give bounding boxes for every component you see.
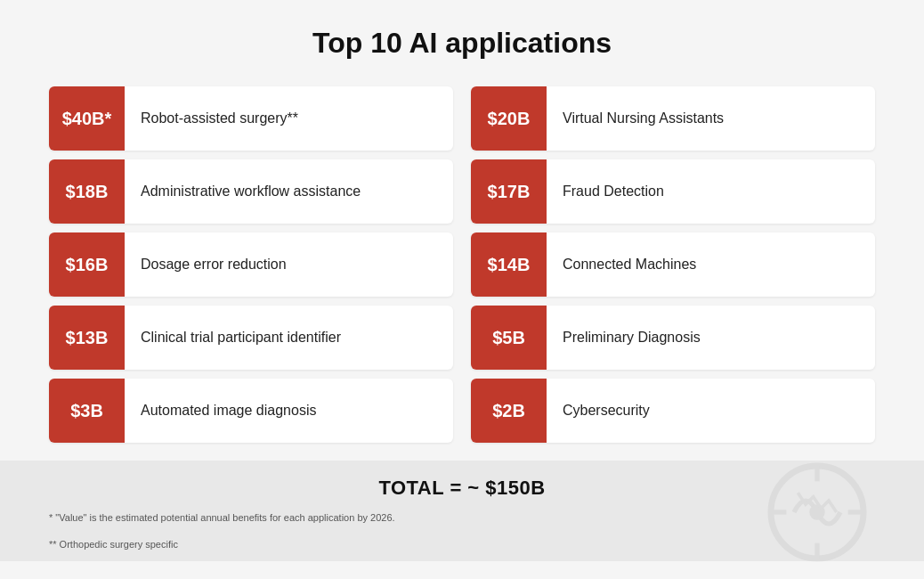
- card-label: Fraud Detection: [547, 183, 680, 201]
- background-icon: [737, 454, 897, 570]
- page-title: Top 10 AI applications: [0, 0, 924, 86]
- card-badge: $14B: [471, 232, 547, 297]
- card-label: Cybersecurity: [547, 402, 666, 420]
- card-label: Robot-assisted surgery**: [125, 110, 314, 128]
- card: $40B*Robot-assisted surgery**: [49, 86, 453, 151]
- card-badge: $16B: [49, 232, 125, 297]
- card-badge: $40B*: [49, 86, 125, 151]
- card-badge: $2B: [471, 379, 547, 443]
- card: $18BAdministrative workflow assistance: [49, 159, 453, 224]
- card: $2BCybersecurity: [471, 379, 875, 443]
- card-label: Virtual Nursing Assistants: [547, 110, 740, 128]
- card-badge: $17B: [471, 159, 547, 224]
- right-column: $20BVirtual Nursing Assistants$17BFraud …: [471, 86, 875, 443]
- cards-section: $40B*Robot-assisted surgery**$18BAdminis…: [0, 86, 924, 443]
- card: $16BDosage error reduction: [49, 232, 453, 297]
- card-badge: $13B: [49, 306, 125, 370]
- card-label: Administrative workflow assistance: [125, 183, 377, 201]
- card-badge: $3B: [49, 379, 125, 443]
- card-badge: $20B: [471, 86, 547, 151]
- card: $20BVirtual Nursing Assistants: [471, 86, 875, 151]
- card: $5BPreliminary Diagnosis: [471, 306, 875, 370]
- card: $3BAutomated image diagnosis: [49, 379, 453, 443]
- card-label: Clinical trial participant identifier: [125, 329, 357, 347]
- card-badge: $18B: [49, 159, 125, 224]
- card-label: Dosage error reduction: [125, 256, 303, 274]
- card: $14BConnected Machines: [471, 232, 875, 297]
- card-label: Preliminary Diagnosis: [547, 329, 717, 347]
- left-column: $40B*Robot-assisted surgery**$18BAdminis…: [49, 86, 453, 443]
- page-container: Top 10 AI applications $40B*Robot-assist…: [0, 0, 924, 579]
- card-label: Connected Machines: [547, 256, 712, 274]
- card-label: Automated image diagnosis: [125, 402, 332, 420]
- card: $17BFraud Detection: [471, 159, 875, 224]
- footer-section: TOTAL = ~ $150B * "Value" is the estimat…: [0, 461, 924, 561]
- card-badge: $5B: [471, 306, 547, 370]
- card: $13BClinical trial participant identifie…: [49, 306, 453, 370]
